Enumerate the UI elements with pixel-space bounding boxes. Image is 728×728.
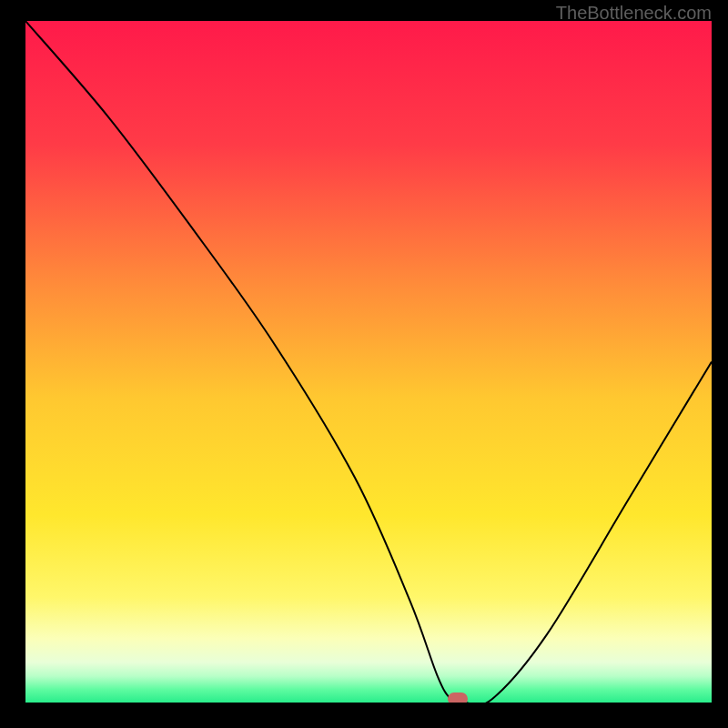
bottleneck-curve — [25, 21, 712, 703]
watermark-text: TheBottleneck.com — [556, 3, 712, 24]
plot-area — [25, 21, 712, 703]
optimal-marker — [448, 693, 468, 703]
